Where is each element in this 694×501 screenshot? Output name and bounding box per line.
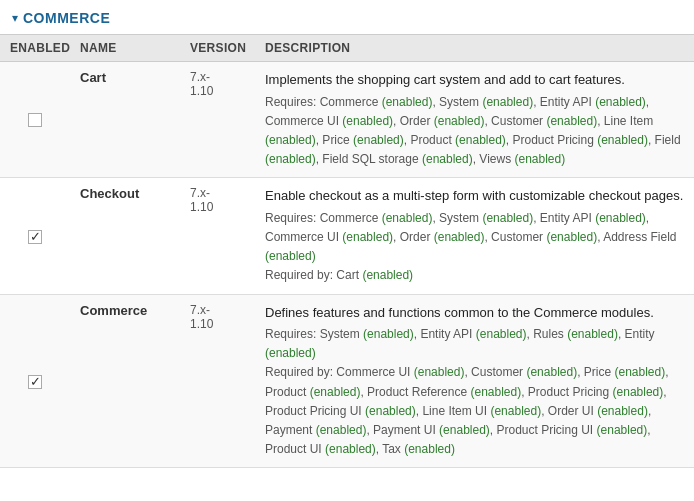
checkbox-checkout[interactable] (28, 230, 42, 244)
col-header-name: NAME (70, 35, 180, 62)
desc-main-cart: Implements the shopping cart system and … (265, 70, 684, 90)
enabled-cell-checkout[interactable] (0, 178, 70, 294)
checkbox-commerce[interactable] (28, 375, 42, 389)
collapse-icon[interactable]: ▾ (12, 11, 18, 25)
table-header-row: ENABLED NAME VERSION DESCRIPTION (0, 35, 694, 62)
page: ▾ COMMERCE ENABLED NAME VERSION DESCRIPT… (0, 0, 694, 501)
desc-requires-commerce: Requires: System (enabled), Entity API (… (265, 325, 684, 363)
col-header-enabled: ENABLED (0, 35, 70, 62)
section-title: COMMERCE (23, 10, 110, 26)
version-cell-commerce: 7.x- 1.10 (180, 294, 255, 468)
table-row: Commerce7.x- 1.10Defines features and fu… (0, 294, 694, 468)
col-header-description: DESCRIPTION (255, 35, 694, 62)
version-cell-cart: 7.x- 1.10 (180, 62, 255, 178)
desc-required-by-commerce: Required by: Commerce UI (enabled), Cust… (265, 363, 684, 459)
enabled-cell-cart[interactable] (0, 62, 70, 178)
name-cell-commerce: Commerce (70, 294, 180, 468)
section-header: ▾ COMMERCE (0, 0, 694, 34)
table-row: Cart7.x- 1.10Implements the shopping car… (0, 62, 694, 178)
name-cell-checkout: Checkout (70, 178, 180, 294)
col-header-version: VERSION (180, 35, 255, 62)
description-cell-cart: Implements the shopping cart system and … (255, 62, 694, 178)
desc-required-by-checkout: Required by: Cart (enabled) (265, 266, 684, 285)
enabled-cell-commerce[interactable] (0, 294, 70, 468)
description-cell-commerce: Defines features and functions common to… (255, 294, 694, 468)
description-cell-checkout: Enable checkout as a multi-step form wit… (255, 178, 694, 294)
name-cell-cart: Cart (70, 62, 180, 178)
desc-main-commerce: Defines features and functions common to… (265, 303, 684, 323)
desc-main-checkout: Enable checkout as a multi-step form wit… (265, 186, 684, 206)
checkbox-cart[interactable] (28, 113, 42, 127)
desc-requires-checkout: Requires: Commerce (enabled), System (en… (265, 209, 684, 267)
desc-requires-cart: Requires: Commerce (enabled), System (en… (265, 93, 684, 170)
table-row: Checkout7.x- 1.10Enable checkout as a mu… (0, 178, 694, 294)
version-cell-checkout: 7.x- 1.10 (180, 178, 255, 294)
modules-table: ENABLED NAME VERSION DESCRIPTION Cart7.x… (0, 34, 694, 468)
